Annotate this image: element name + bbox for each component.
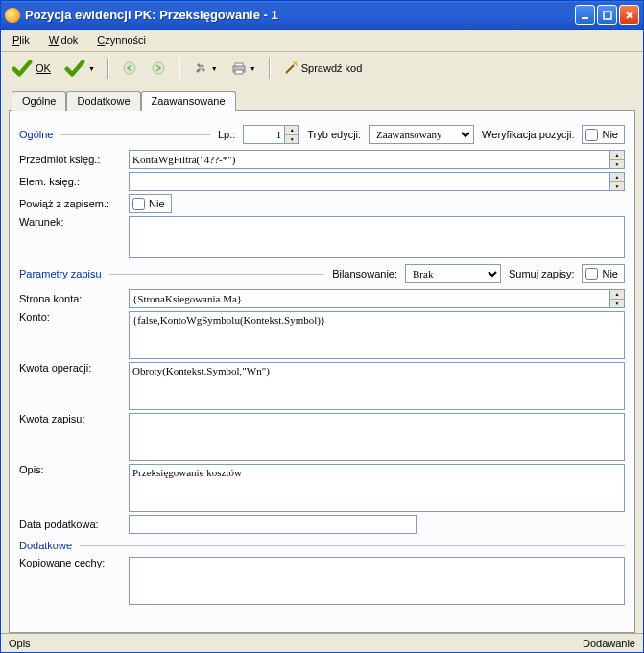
- tools-button[interactable]: ▼: [188, 58, 223, 79]
- elem-input[interactable]: [129, 172, 610, 191]
- sumuj-label: Sumuj zapisy:: [509, 268, 574, 279]
- bilansowanie-select[interactable]: Brak: [405, 264, 501, 283]
- tryb-select[interactable]: Zaawansowany: [369, 125, 474, 144]
- checkmark-icon: [12, 59, 33, 78]
- bilansowanie-label: Bilansowanie:: [332, 268, 397, 279]
- tab-dodatkowe[interactable]: Dodatkowe: [66, 91, 140, 111]
- window-title: Pozycja ewidencji PK: Przeksięgowanie - …: [25, 8, 575, 22]
- close-button[interactable]: [619, 5, 639, 25]
- app-icon: [5, 8, 20, 23]
- group-ogolne: Ogólne: [19, 129, 53, 140]
- menu-plik[interactable]: Plik: [9, 33, 34, 48]
- weryfikacja-checkbox[interactable]: Nie: [582, 125, 625, 144]
- maximize-button[interactable]: [597, 5, 617, 25]
- lp-input[interactable]: [243, 125, 285, 144]
- powiaz-label: Powiąż z zapisem.:: [19, 198, 123, 209]
- kopiowane-textarea[interactable]: [129, 557, 625, 605]
- svg-rect-7: [235, 70, 243, 74]
- kwota-op-label: Kwota operacji:: [19, 362, 123, 374]
- data-pod-label: Data podatkowa:: [19, 519, 123, 530]
- weryfikacja-label: Weryfikacja pozycji:: [482, 129, 574, 140]
- group-dodatkowe: Dodatkowe: [19, 540, 72, 551]
- gear-icon: [193, 60, 208, 76]
- lp-spinner[interactable]: ▲▼: [285, 125, 299, 144]
- powiaz-checkbox[interactable]: Nie: [129, 194, 172, 213]
- spin-up-icon[interactable]: ▲: [285, 126, 298, 135]
- opis-label: Opis:: [19, 464, 123, 475]
- spin-down-icon[interactable]: ▼: [285, 135, 298, 144]
- menu-czynnosci[interactable]: Czynności: [93, 33, 150, 48]
- tab-ogolne[interactable]: Ogólne: [12, 91, 66, 111]
- wand-icon: [283, 60, 298, 76]
- kwota-zap-textarea[interactable]: [129, 413, 625, 461]
- chevron-down-icon: ▼: [211, 65, 218, 72]
- minimize-button[interactable]: [575, 5, 595, 25]
- tabs: Ogólne Dodatkowe Zaawansowane: [9, 91, 635, 111]
- przedmiot-input[interactable]: [129, 150, 610, 169]
- chevron-down-icon: ▼: [250, 65, 256, 72]
- sprawdz-kod-button[interactable]: Sprawdź kod: [278, 58, 368, 79]
- kopiowane-label: Kopiowane cechy:: [19, 557, 123, 568]
- toolbar: OK ▼ ▼ ▼ Sprawdź kod: [1, 52, 643, 85]
- kwota-zap-label: Kwota zapisu:: [19, 413, 123, 424]
- tab-page: Ogólne Lp.: ▲▼ Tryb edycji: Zaawansowany…: [9, 110, 635, 633]
- strona-input[interactable]: [129, 289, 610, 308]
- nav-back-button[interactable]: [117, 58, 142, 79]
- elem-spinner[interactable]: ▲▼: [610, 172, 625, 191]
- menu-widok[interactable]: Widok: [45, 33, 83, 48]
- kwota-op-textarea[interactable]: Obroty(Kontekst.Symbol,"Wn"): [129, 362, 625, 410]
- checkmark-icon: [64, 59, 85, 78]
- group-parametry: Parametry zapisu: [19, 268, 102, 279]
- print-button[interactable]: ▼: [227, 58, 261, 79]
- strona-spinner[interactable]: ▲▼: [610, 289, 625, 308]
- svg-rect-0: [582, 17, 588, 19]
- titlebar: Pozycja ewidencji PK: Przeksięgowanie - …: [1, 1, 643, 30]
- warunek-textarea[interactable]: [129, 216, 625, 258]
- tryb-label: Tryb edycji:: [307, 129, 361, 140]
- konto-textarea[interactable]: {false,KontoWgSymbolu(Kontekst.Symbol)}: [129, 311, 625, 359]
- menubar: Plik Widok Czynności: [1, 30, 643, 52]
- elem-label: Elem. księg.:: [19, 176, 123, 187]
- statusbar: Opis Dodawanie: [1, 633, 643, 652]
- przedmiot-label: Przedmiot księg.:: [19, 154, 123, 165]
- status-left: Opis: [9, 638, 583, 649]
- status-right: Dodawanie: [583, 638, 635, 649]
- apply-button[interactable]: ▼: [60, 56, 100, 81]
- lp-label: Lp.:: [218, 129, 235, 140]
- chevron-down-icon: ▼: [88, 65, 95, 72]
- svg-point-2: [124, 62, 135, 74]
- opis-textarea[interactable]: Przeksięgowanie kosztów: [129, 464, 625, 512]
- svg-rect-1: [604, 12, 611, 19]
- warunek-label: Warunek:: [19, 216, 123, 228]
- strona-label: Strona konta:: [19, 293, 123, 304]
- svg-point-4: [199, 66, 203, 70]
- sumuj-checkbox[interactable]: Nie: [582, 264, 625, 283]
- tab-zaawansowane[interactable]: Zaawansowane: [141, 91, 236, 111]
- arrow-right-icon: [151, 60, 166, 76]
- svg-point-3: [153, 62, 164, 74]
- printer-icon: [231, 60, 247, 76]
- data-pod-input[interactable]: [129, 515, 417, 534]
- arrow-left-icon: [122, 60, 137, 76]
- ok-button[interactable]: OK: [7, 56, 56, 81]
- przedmiot-spinner[interactable]: ▲▼: [610, 150, 625, 169]
- nav-forward-button[interactable]: [146, 58, 171, 79]
- konto-label: Konto:: [19, 311, 123, 323]
